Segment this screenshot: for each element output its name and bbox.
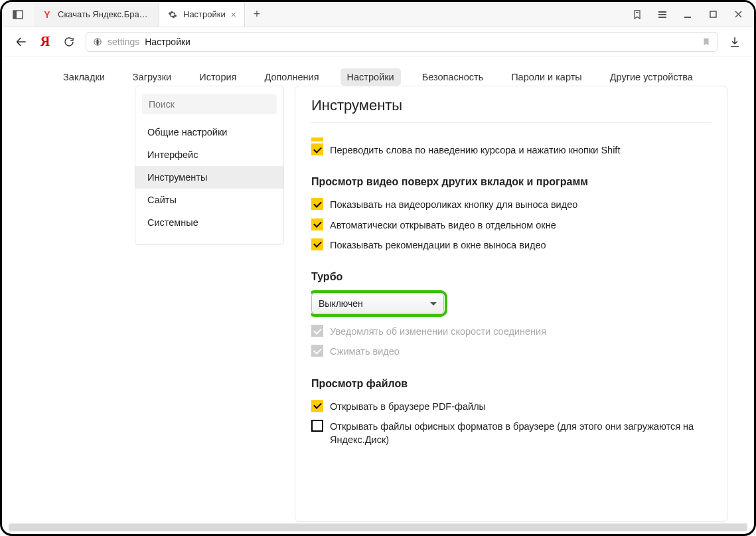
bookmark-bar-icon[interactable] [631,8,644,21]
horizontal-scrollbar[interactable] [9,523,747,531]
checkbox-disabled [311,325,323,337]
maximize-icon[interactable] [706,8,719,21]
select-value: Выключен [319,298,363,309]
checkbox-label: Сжимать видео [330,345,400,358]
topnav-addons[interactable]: Дополнения [258,68,325,86]
checkbox[interactable] [311,198,323,210]
titlebar: Y Скачать Яндекс.Браузер д Настройки × + [2,2,754,27]
topnav-settings[interactable]: Настройки [340,68,401,86]
tab-settings[interactable]: Настройки × [159,2,245,27]
sidebar-item-interface[interactable]: Интерфейс [135,143,283,166]
address-text-2: Настройки [145,37,190,47]
gear-icon [167,9,178,20]
topnav-devices[interactable]: Другие устройства [603,68,700,86]
sidebar-item-sites[interactable]: Сайты [135,189,283,211]
close-icon[interactable]: × [231,9,236,20]
sidebar-item-tools[interactable]: Инструменты [135,166,283,189]
yandex-favicon: Y [42,9,52,20]
checkbox[interactable] [311,143,323,155]
checkbox-label: Открывать в браузере PDF-файлы [330,400,486,413]
checkbox-row: Показывать на видеороликах кнопку для вы… [311,195,711,215]
menu-icon[interactable] [656,8,669,21]
topnav-bookmarks[interactable]: Закладки [56,68,112,86]
site-info-icon[interactable] [93,37,102,46]
checkbox-label: Открывать файлы офисных форматов в брауз… [330,420,711,447]
settings-sidebar: Общие настройки Интерфейс Инструменты Са… [135,86,284,245]
divider [311,122,711,123]
reload-button[interactable] [62,35,76,49]
svg-rect-1 [13,11,17,19]
tab-label: Скачать Яндекс.Браузер д [58,9,151,19]
tab-label: Настройки [183,9,226,19]
checkbox[interactable] [311,219,323,230]
search-input[interactable] [142,94,277,114]
checkbox-label: Переводить слова по наведению курсора и … [330,143,620,157]
checkbox[interactable] [311,238,323,250]
checkbox-row: Открывать файлы офисных форматов в брауз… [311,416,711,450]
topnav-security[interactable]: Безопасность [416,68,491,86]
section-files-heading: Просмотр файлов [311,362,711,397]
checkbox-row: Переводить слова по наведению курсора и … [311,140,711,160]
checkbox-disabled [311,345,323,357]
topnav-downloads[interactable]: Загрузки [126,68,178,86]
tab-other[interactable]: Y Скачать Яндекс.Браузер д [34,2,159,27]
checkbox-label: Уведомлять об изменении скорости соедине… [330,325,546,338]
sidebar-item-system[interactable]: Системные [135,211,283,234]
settings-content: Инструменты Переводить слова по наведени… [295,86,727,522]
svg-rect-7 [710,11,716,17]
yandex-logo-icon[interactable]: Я [38,35,52,49]
minimize-icon[interactable] [681,8,694,21]
panel-icon[interactable] [11,8,25,21]
checkbox[interactable] [311,400,323,412]
section-turbo-heading: Турбо [311,255,711,290]
checkbox-label: Показывать на видеороликах кнопку для вы… [330,198,577,211]
topnav-history[interactable]: История [192,68,243,86]
address-field[interactable]: settings Настройки [86,32,718,52]
checkbox-row: Автоматически открывать видео в отдельно… [311,215,711,235]
checkbox-row: Показывать рекомендации в окне выноса ви… [311,235,711,255]
checkbox-label: Автоматически открывать видео в отдельно… [330,219,556,232]
new-tab-button[interactable]: + [245,2,269,27]
section-video-heading: Просмотр видео поверх других вкладок и п… [311,160,711,195]
checkbox-row-disabled: Уведомлять об изменении скорости соедине… [311,321,711,341]
turbo-select[interactable]: Выключен [311,294,444,313]
topnav-passwords[interactable]: Пароли и карты [504,68,589,86]
checkbox-label: Показывать рекомендации в окне выноса ви… [330,238,546,252]
sidebar-item-general[interactable]: Общие настройки [135,121,283,143]
address-text-1: settings [108,37,139,47]
checkbox-row: Открывать в браузере PDF-файлы [311,397,711,416]
addressbar: Я settings Настройки [2,27,754,56]
page-title: Инструменты [311,86,711,118]
bookmark-icon[interactable] [702,37,711,47]
downloads-icon[interactable] [727,35,742,49]
back-button[interactable] [14,35,29,49]
checkbox[interactable] [311,420,323,432]
checkbox-row-disabled: Сжимать видео [311,341,711,361]
close-window-icon[interactable] [731,8,745,21]
